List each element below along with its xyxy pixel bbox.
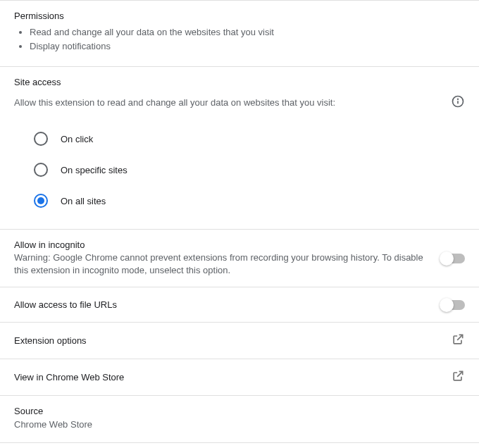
extension-options-row[interactable]: Extension options [0,322,479,359]
radio-icon [34,163,48,177]
site-access-radio-group: On click On specific sites On all sites [34,123,465,216]
radio-label: On specific sites [61,165,127,175]
extension-options-title: Extension options [14,335,440,346]
allow-file-urls-title: Allow access to file URLs [14,299,430,310]
permissions-list: Read and change all your data on the web… [14,25,465,54]
permissions-heading: Permissions [14,11,465,21]
remove-extension-row[interactable]: Remove extension [0,442,479,448]
radio-on-all-sites[interactable]: On all sites [34,185,465,216]
info-icon[interactable] [451,94,465,111]
allow-file-urls-row: Allow access to file URLs [0,287,479,322]
source-section: Source Chrome Web Store [0,395,479,442]
site-access-description: Allow this extension to read and change … [14,97,335,108]
radio-icon [34,132,48,146]
view-web-store-title: View in Chrome Web Store [14,372,440,382]
svg-point-2 [458,99,459,99]
radio-label: On click [61,134,93,144]
permission-item: Display notifications [30,39,465,54]
allow-incognito-row: Allow in incognito Warning: Google Chrom… [0,229,479,287]
radio-label: On all sites [61,196,106,206]
allow-incognito-toggle[interactable] [441,254,465,263]
radio-on-click[interactable]: On click [34,123,465,154]
source-title: Source [14,406,465,416]
allow-incognito-title: Allow in incognito [14,239,430,250]
open-external-icon [451,369,465,385]
permission-item: Read and change all your data on the web… [30,25,465,39]
source-value: Chrome Web Store [14,419,465,430]
radio-icon [34,194,48,208]
allow-incognito-warning: Warning: Google Chrome cannot prevent ex… [14,251,430,277]
view-web-store-row[interactable]: View in Chrome Web Store [0,359,479,395]
permissions-section: Permissions Read and change all your dat… [0,0,479,66]
radio-on-specific-sites[interactable]: On specific sites [34,154,465,185]
site-access-heading: Site access [14,77,465,87]
site-access-section: Site access Allow this extension to read… [0,66,479,229]
allow-file-urls-toggle[interactable] [441,300,465,310]
open-external-icon [451,332,465,349]
